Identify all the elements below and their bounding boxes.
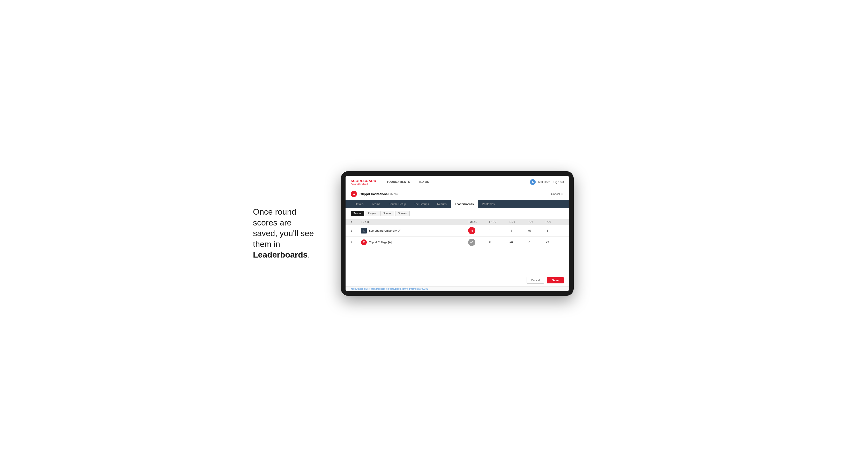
total-1: -5 <box>468 227 489 234</box>
team-cell-1: SB Scoreboard University [A] <box>361 228 468 234</box>
sign-out-link[interactable]: Sign out <box>554 181 564 184</box>
col-rd2: RD2 <box>528 221 546 223</box>
col-team: TEAM <box>361 221 468 223</box>
cancel-button[interactable]: Cancel <box>527 277 544 284</box>
filter-scores[interactable]: Scores <box>380 211 394 216</box>
rd2-1: +5 <box>528 229 546 232</box>
tab-details[interactable]: Details <box>351 200 368 208</box>
cancel-x-icon: ✕ <box>561 192 564 196</box>
tab-teams[interactable]: Teams <box>368 200 384 208</box>
score-badge-1: -5 <box>468 227 475 234</box>
leaderboard-table: # TEAM TOTAL THRU RD1 RD2 RD3 1 SB Score… <box>345 219 569 248</box>
top-navigation: SCOREBOARD Powered by clippd TOURNAMENTS… <box>345 176 569 188</box>
nav-links: TOURNAMENTS TEAMS <box>382 176 530 188</box>
url-bar: https://stage-blue-coach.stagescore boar… <box>345 286 569 291</box>
thru-2: F <box>489 241 509 244</box>
tab-tee-groups[interactable]: Tee Groups <box>410 200 433 208</box>
table-row[interactable]: 1 SB Scoreboard University [A] -5 F -4 +… <box>345 225 569 237</box>
tournament-icon: C <box>351 191 357 197</box>
rank-1: 1 <box>351 229 361 232</box>
col-thru: THRU <box>489 221 509 223</box>
score-badge-2: +3 <box>468 239 475 246</box>
tournament-header: C Clippd Invitational (Men) Cancel ✕ <box>345 188 569 200</box>
team-name-1: Scoreboard University [A] <box>369 229 401 232</box>
user-avatar: S <box>530 179 536 185</box>
table-header: # TEAM TOTAL THRU RD1 RD2 RD3 <box>345 219 569 225</box>
left-description: Once round scores are saved, you'll see … <box>253 207 326 260</box>
tablet-screen: SCOREBOARD Powered by clippd TOURNAMENTS… <box>345 176 569 291</box>
table-row[interactable]: 2 C Clippd College [A] +3 F +8 -8 +3 <box>345 237 569 248</box>
filter-players[interactable]: Players <box>365 211 379 216</box>
logo-area: SCOREBOARD Powered by clippd <box>351 179 376 185</box>
tablet-device: SCOREBOARD Powered by clippd TOURNAMENTS… <box>341 171 574 296</box>
rd3-1: -6 <box>546 229 564 232</box>
team-name-2: Clippd College [A] <box>369 241 392 244</box>
sub-tabs: Details Teams Course Setup Tee Groups Re… <box>345 200 569 208</box>
filter-strokes[interactable]: Strokes <box>395 211 410 216</box>
cancel-tournament-button[interactable]: Cancel ✕ <box>551 192 564 196</box>
bottom-bar: Cancel Save <box>345 274 569 286</box>
rd3-2: +3 <box>546 241 564 244</box>
nav-tournaments[interactable]: TOURNAMENTS <box>382 176 414 188</box>
nav-right: S Test User | Sign out <box>530 179 564 185</box>
col-total: TOTAL <box>468 221 489 223</box>
rd1-1: -4 <box>509 229 528 232</box>
tournament-name: Clippd Invitational <box>360 192 389 196</box>
filter-buttons: Teams Players Scores Strokes <box>345 208 569 219</box>
rd1-2: +8 <box>509 241 528 244</box>
filter-teams[interactable]: Teams <box>351 211 364 216</box>
col-rd3: RD3 <box>546 221 564 223</box>
tab-results[interactable]: Results <box>433 200 451 208</box>
col-rd1: RD1 <box>509 221 528 223</box>
tab-course-setup[interactable]: Course Setup <box>384 200 410 208</box>
tab-printables[interactable]: Printables <box>478 200 499 208</box>
team-logo-2: C <box>361 240 367 245</box>
thru-1: F <box>489 229 509 232</box>
rank-2: 2 <box>351 241 361 244</box>
tab-leaderboards[interactable]: Leaderboards <box>451 200 478 208</box>
logo-title: SCOREBOARD <box>351 179 376 183</box>
total-2: +3 <box>468 239 489 246</box>
team-logo-1: SB <box>361 228 367 234</box>
nav-teams[interactable]: TEAMS <box>414 176 433 188</box>
col-rank: # <box>351 221 361 223</box>
user-name: Test User | <box>538 181 551 184</box>
team-cell-2: C Clippd College [A] <box>361 240 468 245</box>
logo-subtitle: Powered by clippd <box>351 183 376 185</box>
tournament-gender: (Men) <box>390 192 398 195</box>
rd2-2: -8 <box>528 241 546 244</box>
save-button[interactable]: Save <box>547 277 564 283</box>
